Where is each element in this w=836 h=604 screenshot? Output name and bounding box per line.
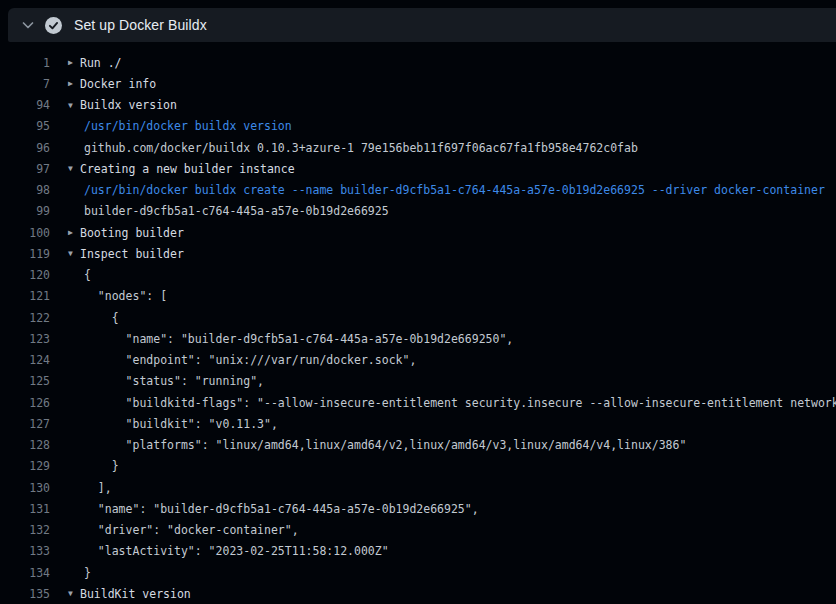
log-row: 135▼BuildKit version [0, 583, 836, 604]
collapse-group-icon[interactable]: ▼ [68, 101, 80, 110]
expand-group-icon[interactable]: ▶ [68, 58, 80, 67]
command-text: /usr/bin/docker buildx create --name bui… [84, 183, 825, 197]
line-number[interactable]: 1 [0, 56, 50, 70]
output-line: } [50, 566, 836, 580]
line-number[interactable]: 127 [0, 417, 50, 431]
log-row: 126 "buildkitd-flags": "--allow-insecure… [0, 392, 836, 413]
line-number[interactable]: 119 [0, 247, 50, 261]
log-row: 128 "platforms": "linux/amd64,linux/amd6… [0, 435, 836, 456]
line-number[interactable]: 134 [0, 566, 50, 580]
output-text: "buildkit": "v0.11.3", [84, 417, 278, 431]
log-row: 133 "lastActivity": "2023-02-25T11:58:12… [0, 541, 836, 562]
group-title: Creating a new builder instance [80, 162, 295, 176]
step-title: Set up Docker Buildx [74, 17, 207, 33]
output-line: { [50, 268, 836, 282]
output-text: { [84, 268, 91, 282]
line-number[interactable]: 132 [0, 523, 50, 537]
group-title: Docker info [80, 77, 156, 91]
log-row: 129 } [0, 456, 836, 477]
output-text: "nodes": [ [84, 289, 167, 303]
line-number[interactable]: 126 [0, 396, 50, 410]
log-row: 123 "name": "builder-d9cfb5a1-c764-445a-… [0, 328, 836, 349]
log-row: 131 "name": "builder-d9cfb5a1-c764-445a-… [0, 498, 836, 519]
output-text: { [84, 311, 119, 325]
line-number[interactable]: 124 [0, 353, 50, 367]
log-row: 125 "status": "running", [0, 371, 836, 392]
line-number[interactable]: 7 [0, 77, 50, 91]
expand-group-icon[interactable]: ▶ [68, 228, 80, 237]
line-number[interactable]: 120 [0, 268, 50, 282]
output-line: } [50, 459, 836, 473]
group-title: Run ./ [80, 56, 122, 70]
line-number[interactable]: 97 [0, 162, 50, 176]
line-number[interactable]: 123 [0, 332, 50, 346]
group-header[interactable]: ▶Run ./ [50, 56, 836, 70]
group-header[interactable]: ▶Docker info [50, 77, 836, 91]
line-number[interactable]: 125 [0, 374, 50, 388]
group-title: Buildx version [80, 98, 177, 112]
command-line: /usr/bin/docker buildx create --name bui… [50, 183, 836, 197]
output-text: } [84, 566, 91, 580]
group-header[interactable]: ▼BuildKit version [50, 587, 836, 601]
collapse-group-icon[interactable]: ▼ [68, 249, 80, 258]
line-number[interactable]: 129 [0, 459, 50, 473]
log-row: 97▼Creating a new builder instance [0, 158, 836, 179]
group-header[interactable]: ▼Buildx version [50, 98, 836, 112]
line-number[interactable]: 131 [0, 502, 50, 516]
log-row: 122 { [0, 307, 836, 328]
output-text: "lastActivity": "2023-02-25T11:58:12.000… [84, 544, 389, 558]
output-line: "platforms": "linux/amd64,linux/amd64/v2… [50, 438, 836, 452]
command-line: /usr/bin/docker buildx version [50, 119, 836, 133]
group-title: Booting builder [80, 226, 184, 240]
output-line: github.com/docker/buildx 0.10.3+azure-1 … [50, 141, 836, 155]
line-number[interactable]: 121 [0, 289, 50, 303]
output-text: "endpoint": "unix:///var/run/docker.sock… [84, 353, 416, 367]
line-number[interactable]: 135 [0, 587, 50, 601]
log-row: 96github.com/docker/buildx 0.10.3+azure-… [0, 137, 836, 158]
output-text: builder-d9cfb5a1-c764-445a-a57e-0b19d2e6… [84, 204, 389, 218]
line-number[interactable]: 122 [0, 311, 50, 325]
group-header[interactable]: ▶Booting builder [50, 226, 836, 240]
expand-group-icon[interactable]: ▶ [68, 79, 80, 88]
line-number[interactable]: 128 [0, 438, 50, 452]
output-line: "buildkitd-flags": "--allow-insecure-ent… [50, 396, 836, 410]
group-header[interactable]: ▼Inspect builder [50, 247, 836, 261]
log-row: 98/usr/bin/docker buildx create --name b… [0, 180, 836, 201]
line-number[interactable]: 95 [0, 119, 50, 133]
line-number[interactable]: 94 [0, 98, 50, 112]
output-line: "buildkit": "v0.11.3", [50, 417, 836, 431]
log-row: 120{ [0, 265, 836, 286]
command-text: /usr/bin/docker buildx version [84, 119, 292, 133]
output-line: "status": "running", [50, 374, 836, 388]
output-text: ], [84, 481, 112, 495]
line-number[interactable]: 100 [0, 226, 50, 240]
output-text: "name": "builder-d9cfb5a1-c764-445a-a57e… [84, 502, 479, 516]
line-number[interactable]: 133 [0, 544, 50, 558]
log-row: 130 ], [0, 477, 836, 498]
actions-log-viewer: Set up Docker Buildx 1▶Run ./7▶Docker in… [0, 0, 836, 604]
group-header[interactable]: ▼Creating a new builder instance [50, 162, 836, 176]
output-line: "endpoint": "unix:///var/run/docker.sock… [50, 353, 836, 367]
group-title: Inspect builder [80, 247, 184, 261]
log-row: 1▶Run ./ [0, 52, 836, 73]
output-line: "name": "builder-d9cfb5a1-c764-445a-a57e… [50, 332, 836, 346]
output-line: "lastActivity": "2023-02-25T11:58:12.000… [50, 544, 836, 558]
step-header[interactable]: Set up Docker Buildx [8, 8, 836, 42]
log-row: 132 "driver": "docker-container", [0, 520, 836, 541]
line-number[interactable]: 98 [0, 183, 50, 197]
log-row: 94▼Buildx version [0, 95, 836, 116]
line-number[interactable]: 96 [0, 141, 50, 155]
group-title: BuildKit version [80, 587, 191, 601]
chevron-down-icon[interactable] [20, 17, 36, 33]
log-row: 127 "buildkit": "v0.11.3", [0, 413, 836, 434]
log-row: 121 "nodes": [ [0, 286, 836, 307]
output-text: } [84, 459, 119, 473]
log-container: 1▶Run ./7▶Docker info94▼Buildx version95… [0, 42, 836, 604]
line-number[interactable]: 99 [0, 204, 50, 218]
output-text: github.com/docker/buildx 0.10.3+azure-1 … [84, 141, 638, 155]
output-text: "buildkitd-flags": "--allow-insecure-ent… [84, 396, 836, 410]
collapse-group-icon[interactable]: ▼ [68, 164, 80, 173]
collapse-group-icon[interactable]: ▼ [68, 589, 80, 598]
line-number[interactable]: 130 [0, 481, 50, 495]
log-row: 119▼Inspect builder [0, 243, 836, 264]
